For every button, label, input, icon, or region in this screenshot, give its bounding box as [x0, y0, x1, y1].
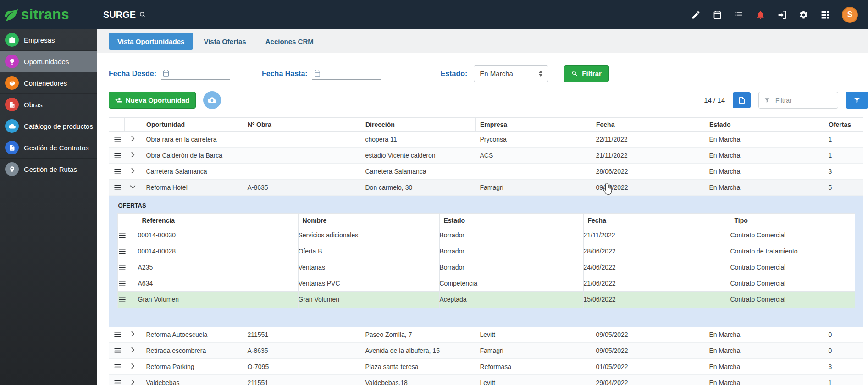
sidebar-item-catalogo-de-productos[interactable]: Catálogo de productos	[0, 116, 97, 137]
estado-select[interactable]: En Marcha	[474, 65, 548, 82]
tab-vista-ofertas[interactable]: Vista Ofertas	[195, 33, 254, 50]
chevron-right-icon[interactable]	[129, 378, 137, 385]
action-row: Nueva Oportunidad 14 / 14	[109, 91, 863, 109]
table-row[interactable]: Retirada escombreraA-8635Avenida de la a…	[109, 343, 863, 359]
menu-icon[interactable]	[113, 135, 122, 144]
advanced-filter-button[interactable]	[846, 92, 868, 109]
title-search-icon[interactable]	[139, 11, 147, 19]
table-row[interactable]: Reforma ParkingO-7095Plaza santa teresaR…	[109, 359, 863, 375]
cell-fecha: 29/04/2022	[592, 375, 705, 385]
tab-acciones-crm[interactable]: Acciones CRM	[257, 33, 322, 50]
nueva-oportunidad-button[interactable]: Nueva Oportunidad	[109, 92, 196, 109]
tab-vista-oportunidades[interactable]: Vista Oportunidades	[109, 33, 193, 50]
table-row[interactable]: Reforma HotelA-8635Don carmelo, 30Famagr…	[109, 180, 863, 196]
sidebar-item-obras[interactable]: Obras	[0, 94, 97, 116]
sidebar-item-empresas[interactable]: Empresas	[0, 29, 97, 51]
cloud-upload-icon	[208, 96, 216, 104]
row-expand-cell	[125, 327, 142, 343]
menu-icon[interactable]	[113, 151, 122, 160]
quick-filter-input[interactable]	[774, 96, 833, 104]
pencil-icon[interactable]	[691, 10, 701, 20]
oferta-menu-cell	[117, 275, 138, 292]
table-row[interactable]: Reforma Autoescuela211551Paseo Zorrilla,…	[109, 327, 863, 343]
menu-icon[interactable]	[113, 330, 122, 339]
fecha-desde-input[interactable]	[161, 68, 230, 80]
cell-direccion: Paseo Zorrilla, 7	[361, 327, 476, 343]
grid-icon[interactable]	[820, 10, 830, 20]
person-plus-icon	[115, 97, 122, 104]
menu-icon[interactable]	[118, 279, 127, 288]
oferta-cell-nombre: Oferta B	[298, 243, 439, 259]
oferta-cell-tipo: Contrato de tratamiento	[730, 243, 855, 259]
sign-in-icon[interactable]	[777, 10, 787, 20]
cloud-icon	[5, 119, 19, 133]
col-header-fecha: Fecha	[592, 118, 705, 132]
cell-direccion: Valdebebas,18	[361, 375, 476, 385]
sidebar-item-oportunidades[interactable]: Oportunidades	[0, 51, 97, 72]
fecha-hasta-input[interactable]	[312, 68, 381, 80]
chevron-right-icon[interactable]	[129, 346, 137, 354]
cell-empresa: Pryconsa	[476, 132, 592, 148]
user-avatar[interactable]: S	[842, 7, 858, 23]
import-button[interactable]	[203, 91, 221, 109]
chevron-right-icon[interactable]	[129, 151, 137, 159]
table-row[interactable]: Valdebebas211551Valdebebas,18Levitt29/04…	[109, 375, 863, 385]
cell-n_obra	[243, 164, 361, 180]
chevron-right-icon[interactable]	[129, 183, 137, 191]
oferta-row[interactable]: 00014-00030Servicios adicionalesBorrador…	[117, 227, 855, 243]
chevron-right-icon[interactable]	[129, 135, 137, 143]
table-header-row: OportunidadNº ObraDirecciónEmpresaFechaE…	[109, 118, 863, 132]
oferta-row[interactable]: A235VentanasBorrador24/06/2022Contrato C…	[117, 259, 855, 275]
col-header-ofertas: Ofertas	[824, 118, 863, 132]
menu-icon[interactable]	[118, 231, 127, 240]
menu-icon[interactable]	[113, 363, 122, 371]
sidebar-item-gestion-de-rutas[interactable]: Gestión de Rutas	[0, 159, 97, 180]
menu-icon[interactable]	[113, 183, 122, 192]
filtrar-button[interactable]: Filtrar	[564, 65, 609, 82]
ofertas-col-header-fecha: Fecha	[583, 214, 730, 227]
sidebar-item-gestion-de-contratos[interactable]: Gestión de Contratos	[0, 137, 97, 159]
export-button[interactable]	[733, 92, 751, 108]
building-icon	[5, 98, 19, 111]
table-row[interactable]: Obra rara en la carreterachopera 11Pryco…	[109, 132, 863, 148]
calendar-icon[interactable]	[162, 70, 170, 77]
leaf-icon	[4, 7, 19, 22]
brand-logo[interactable]: sitrans	[0, 6, 97, 23]
row-menu-cell	[109, 343, 125, 359]
sidebar-item-contenedores[interactable]: Contenedores	[0, 72, 97, 94]
oferta-row[interactable]: Gran VolumenGran VolumenAceptada15/06/20…	[117, 292, 855, 308]
oferta-row[interactable]: A634Ventanas PVCCompetencia21/06/2022Con…	[117, 275, 855, 292]
calendar-icon[interactable]	[713, 10, 722, 20]
chevron-right-icon[interactable]	[129, 362, 137, 370]
oferta-menu-cell	[117, 227, 138, 243]
cell-estado: En Marcha	[705, 164, 824, 180]
menu-icon[interactable]	[118, 247, 127, 256]
cell-ofertas: 5	[824, 180, 863, 196]
cell-fecha: 09/05/2022	[592, 327, 705, 343]
table-row[interactable]: Obra Calderón de la Barcaestadio Vicente…	[109, 148, 863, 164]
oferta-cell-fecha: 21/06/2022	[583, 275, 730, 292]
list-icon[interactable]	[734, 10, 744, 20]
briefcase-icon	[9, 37, 16, 44]
row-menu-cell	[109, 327, 125, 343]
cell-estado: En Marcha	[705, 359, 824, 375]
ofertas-col-header-nombre: Nombre	[298, 214, 439, 227]
table-row[interactable]: Carretera SalamancaCarretera Salamanca28…	[109, 164, 863, 180]
chevron-right-icon[interactable]	[129, 330, 137, 338]
menu-icon[interactable]	[118, 295, 127, 304]
ofertas-title: OFERTAS	[118, 202, 855, 209]
cell-direccion: chopera 11	[361, 132, 476, 148]
oferta-row[interactable]: 00014-00028Oferta BBorrador28/06/2022Con…	[117, 243, 855, 259]
calendar-icon[interactable]	[314, 70, 321, 77]
chevron-right-icon[interactable]	[129, 167, 137, 175]
menu-icon[interactable]	[113, 167, 122, 176]
bell-icon[interactable]	[756, 10, 765, 20]
cell-ofertas: 1	[824, 132, 863, 148]
opportunities-table: OportunidadNº ObraDirecciónEmpresaFechaE…	[109, 117, 863, 385]
gear-icon[interactable]	[799, 10, 808, 20]
menu-icon[interactable]	[118, 263, 127, 272]
ofertas-panel: OFERTASReferenciaNombreEstadoFechaTipo00…	[109, 196, 863, 327]
menu-icon[interactable]	[113, 346, 122, 355]
cell-oportunidad: Retirada escombrera	[142, 343, 243, 359]
menu-icon[interactable]	[113, 379, 122, 385]
